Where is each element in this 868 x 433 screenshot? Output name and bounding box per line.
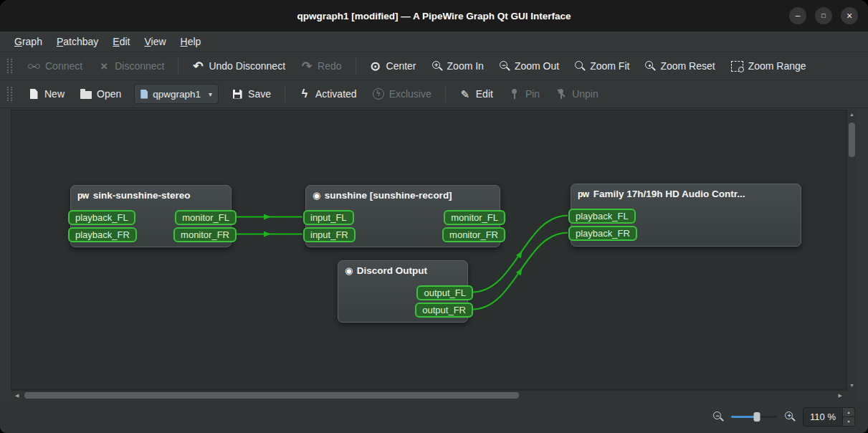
exclusive-toggle[interactable]: ϟ Exclusive (366, 83, 439, 105)
disconnect-button[interactable]: × Disconnect (91, 55, 171, 77)
node-family-hd-audio[interactable]: pw Family 17h/19h HD Audio Contr... play… (571, 184, 801, 247)
unpin-button[interactable]: Unpin (548, 83, 606, 105)
scroll-right-icon[interactable]: ▶ (834, 391, 846, 400)
node-sunshine-record[interactable]: ◉ sunshine [sunshine-record] input_FL in… (305, 185, 500, 247)
file-toolbar: New Open qpwgraph1 ▾ Save ϟ Activated ϟ … (0, 80, 868, 108)
toolbar-grip[interactable] (7, 87, 12, 101)
undo-icon: ↶ (192, 60, 204, 72)
vertical-scroll-track[interactable] (847, 119, 857, 381)
horizontal-scroll-handle[interactable] (24, 392, 519, 399)
zoom-reset-button[interactable]: Zoom Reset (638, 55, 722, 77)
pipewire-icon: pw (77, 191, 89, 201)
vertical-scroll-handle[interactable] (849, 123, 855, 157)
save-button[interactable]: Save (224, 83, 278, 105)
chevron-down-icon: ▾ (209, 90, 212, 98)
open-button[interactable]: Open (73, 83, 128, 105)
toolbar-separator (356, 57, 356, 75)
port-output_FL[interactable]: output_FL (416, 285, 473, 300)
zoom-fit-label: Zoom Fit (590, 60, 629, 72)
menu-graph[interactable]: Graph (7, 34, 49, 49)
zoom-out-label: Zoom Out (515, 60, 559, 72)
scroll-down-icon[interactable]: ▼ (847, 381, 857, 390)
node-header: pw Family 17h/19h HD Audio Contr... (571, 184, 801, 199)
zoom-slider[interactable] (731, 411, 777, 422)
node-header: ◉ sunshine [sunshine-record] (306, 186, 500, 201)
port-playback_FL[interactable]: playback_FL (68, 210, 135, 225)
close-button[interactable]: × (841, 7, 858, 24)
stream-icon: ◉ (313, 190, 320, 201)
zoom-in-button[interactable]: + Zoom In (425, 55, 491, 77)
slider-thumb[interactable] (753, 412, 760, 422)
menu-view[interactable]: View (137, 34, 173, 49)
unpin-label: Unpin (572, 88, 598, 100)
edit-toggle[interactable]: ✎ Edit (452, 83, 500, 105)
center-button[interactable]: ⊙ Center (363, 55, 424, 77)
session-combobox[interactable]: qpwgraph1 ▾ (134, 84, 219, 104)
port-monitor_FL[interactable]: monitor_FL (444, 210, 505, 225)
port-monitor_FR[interactable]: monitor_FR (173, 227, 237, 242)
title-bar[interactable]: qpwgraph1 [modified] — A PipeWire Graph … (0, 0, 868, 32)
port-input_FR[interactable]: input_FR (303, 227, 356, 242)
port-playback_FL[interactable]: playback_FL (568, 209, 636, 224)
spin-down-button[interactable]: ▼ (843, 417, 854, 426)
port-playback_FR[interactable]: playback_FR (568, 226, 637, 241)
activated-toggle[interactable]: ϟ Activated (292, 83, 364, 105)
node-title: Discord Output (357, 265, 427, 276)
undo-disconnect-label: Undo Disconnect (209, 60, 285, 72)
zoom-in-icon[interactable]: + (785, 411, 795, 422)
port-monitor_FL[interactable]: monitor_FL (175, 210, 237, 225)
spin-up-button[interactable]: ▲ (843, 408, 854, 417)
zoom-out-icon[interactable]: − (713, 411, 723, 422)
minimize-button[interactable]: – (789, 7, 806, 24)
menu-help[interactable]: Help (173, 34, 209, 49)
port-playback_FR[interactable]: playback_FR (68, 227, 137, 242)
redo-icon: ↷ (301, 60, 313, 72)
toolbar-grip[interactable] (7, 59, 12, 73)
port-output_FR[interactable]: output_FR (415, 303, 473, 318)
new-button[interactable]: New (21, 83, 72, 105)
canvas-wrap: pw sink-sunshine-stereo playback_FL play… (11, 110, 857, 400)
graph-canvas[interactable]: pw sink-sunshine-stereo playback_FL play… (11, 110, 846, 390)
horizontal-scroll-track[interactable] (23, 391, 834, 400)
zoom-out-button[interactable]: − Zoom Out (492, 55, 566, 77)
pin-button[interactable]: Pin (502, 83, 547, 105)
menu-patchbay[interactable]: Patchbay (49, 34, 105, 49)
port-input_FL[interactable]: input_FL (303, 210, 354, 225)
pipewire-icon: pw (578, 189, 589, 199)
zoom-range-icon (731, 61, 743, 72)
zoom-spinbox[interactable]: 110 % ▲ ▼ (803, 407, 855, 427)
pin-label: Pin (525, 88, 540, 100)
zoom-fit-button[interactable]: Zoom Fit (568, 55, 636, 77)
menu-edit[interactable]: Edit (105, 34, 137, 49)
toolbar-separator (178, 57, 178, 75)
vertical-scrollbar[interactable]: ▲ ▼ (846, 110, 857, 390)
port-monitor_FR[interactable]: monitor_FR (442, 227, 505, 242)
connect-label: Connect (45, 60, 82, 72)
zoom-range-button[interactable]: Zoom Range (724, 55, 814, 77)
node-discord-output[interactable]: ◉ Discord Output output_FL output_FR (338, 260, 468, 323)
toolbar-separator (285, 85, 285, 103)
wire-arrow-icon (264, 232, 271, 237)
spin-buttons: ▲ ▼ (842, 408, 854, 426)
redo-button[interactable]: ↷ Redo (294, 55, 348, 77)
new-label: New (44, 88, 65, 100)
wire-arrow-icon (264, 214, 271, 220)
stream-icon: ◉ (345, 265, 353, 276)
scroll-up-icon[interactable]: ▲ (847, 110, 857, 119)
main-area: pw sink-sunshine-stereo playback_FL play… (0, 108, 868, 400)
scrollbar-corner (846, 390, 857, 400)
zoom-reset-icon (645, 61, 655, 71)
save-label: Save (248, 88, 271, 100)
connect-button[interactable]: Connect (21, 55, 90, 77)
toolbar-separator (445, 85, 446, 103)
scroll-left-icon[interactable]: ◀ (11, 391, 23, 400)
maximize-button[interactable]: □ (815, 7, 832, 24)
activated-label: Activated (315, 88, 357, 100)
redo-label: Redo (318, 60, 341, 72)
window-controls: – □ × (789, 0, 858, 32)
horizontal-scrollbar[interactable]: ◀ ▶ (11, 390, 846, 400)
status-bar: − + 110 % ▲ ▼ (0, 400, 868, 433)
graph-toolbar: Connect × Disconnect ↶ Undo Disconnect ↷… (0, 52, 868, 80)
node-sink-sunshine-stereo[interactable]: pw sink-sunshine-stereo playback_FL play… (70, 185, 232, 247)
undo-disconnect-button[interactable]: ↶ Undo Disconnect (185, 55, 292, 77)
